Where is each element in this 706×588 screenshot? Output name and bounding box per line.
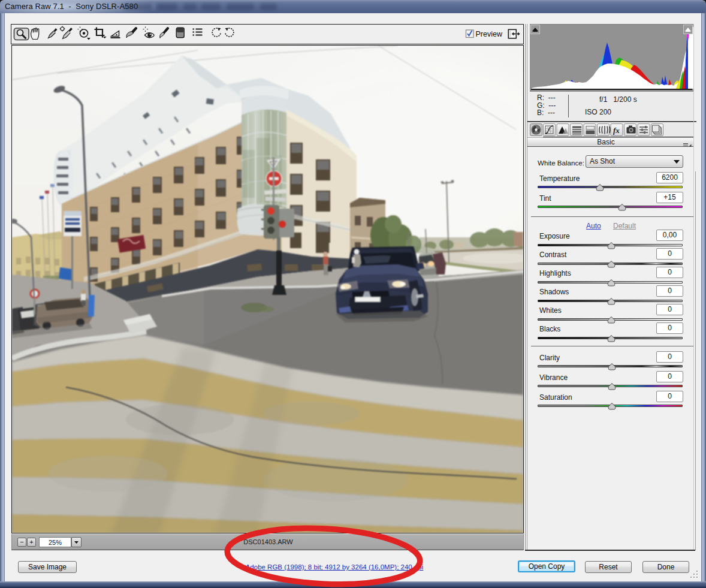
svg-text:fx: fx [613, 126, 620, 135]
svg-text:Preview: Preview [476, 30, 503, 38]
